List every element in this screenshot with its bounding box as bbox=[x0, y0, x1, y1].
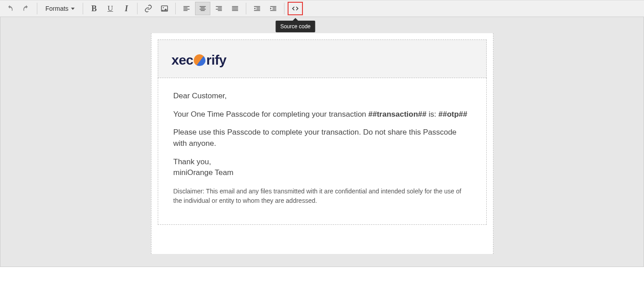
image-icon bbox=[160, 4, 169, 13]
email-template: xec rify Dear Customer, Your One Time Pa… bbox=[151, 33, 493, 254]
svg-rect-21 bbox=[254, 10, 261, 11]
svg-rect-9 bbox=[201, 10, 205, 11]
svg-rect-22 bbox=[271, 6, 277, 7]
separator bbox=[175, 3, 176, 14]
xecurify-logo: xec rify bbox=[172, 53, 227, 68]
svg-rect-17 bbox=[232, 10, 239, 11]
disclaimer: Disclaimer: This email and any files tra… bbox=[173, 187, 471, 206]
svg-rect-10 bbox=[216, 6, 222, 7]
separator bbox=[246, 3, 246, 14]
redo-button[interactable] bbox=[18, 2, 34, 15]
underline-button[interactable]: U bbox=[102, 2, 118, 15]
greeting: Dear Customer, bbox=[173, 91, 471, 102]
svg-rect-12 bbox=[216, 9, 222, 10]
align-justify-icon bbox=[231, 4, 239, 13]
underline-icon: U bbox=[107, 4, 113, 13]
outdent-button[interactable] bbox=[249, 2, 265, 15]
otp-token: ##otp## bbox=[438, 110, 467, 118]
link-button[interactable] bbox=[141, 2, 156, 15]
svg-rect-19 bbox=[257, 8, 260, 9]
align-right-button[interactable] bbox=[211, 2, 227, 15]
tooltip-source-code: Source code bbox=[276, 21, 315, 32]
link-icon bbox=[144, 4, 152, 13]
svg-point-1 bbox=[163, 7, 164, 8]
svg-rect-18 bbox=[254, 6, 261, 7]
svg-rect-3 bbox=[184, 8, 188, 9]
align-right-icon bbox=[215, 4, 223, 13]
separator bbox=[137, 3, 138, 14]
transaction-token: ##transaction## bbox=[369, 110, 426, 118]
svg-rect-15 bbox=[232, 8, 239, 9]
editor-canvas[interactable]: xec rify Dear Customer, Your One Time Pa… bbox=[0, 17, 644, 267]
align-left-icon bbox=[182, 4, 191, 13]
svg-rect-7 bbox=[201, 8, 205, 9]
logo-text-2: rify bbox=[206, 53, 227, 68]
italic-button[interactable]: I bbox=[119, 2, 134, 15]
separator bbox=[37, 3, 37, 14]
caret-down-icon bbox=[71, 8, 75, 10]
svg-rect-24 bbox=[273, 9, 276, 10]
undo-button[interactable] bbox=[2, 2, 18, 15]
align-justify-button[interactable] bbox=[227, 2, 243, 15]
svg-rect-4 bbox=[184, 9, 190, 10]
italic-icon: I bbox=[125, 4, 128, 13]
svg-rect-13 bbox=[218, 10, 222, 11]
svg-rect-5 bbox=[184, 10, 188, 11]
redo-icon bbox=[22, 4, 30, 13]
align-left-button[interactable] bbox=[179, 2, 194, 15]
code-icon bbox=[291, 4, 299, 13]
separator bbox=[83, 3, 83, 14]
formats-label: Formats bbox=[45, 5, 68, 12]
svg-rect-11 bbox=[218, 8, 222, 9]
editor-toolbar: Formats B U I Source code bbox=[0, 0, 644, 17]
email-header: xec rify bbox=[158, 39, 487, 78]
bold-icon: B bbox=[91, 4, 97, 13]
formats-dropdown[interactable]: Formats bbox=[40, 2, 80, 15]
source-code-button[interactable] bbox=[288, 2, 303, 15]
align-center-button[interactable] bbox=[195, 2, 210, 15]
svg-rect-25 bbox=[271, 10, 277, 11]
indent-icon bbox=[269, 4, 277, 13]
svg-rect-16 bbox=[232, 9, 239, 10]
align-center-icon bbox=[199, 4, 207, 13]
bold-button[interactable]: B bbox=[86, 2, 102, 15]
svg-rect-20 bbox=[257, 9, 260, 10]
undo-icon bbox=[6, 4, 14, 13]
shield-icon bbox=[193, 53, 206, 66]
svg-rect-23 bbox=[273, 8, 276, 9]
separator bbox=[284, 3, 284, 14]
editor-frame: xec rify Dear Customer, Your One Time Pa… bbox=[0, 17, 644, 267]
svg-rect-6 bbox=[200, 6, 206, 7]
image-button[interactable] bbox=[157, 2, 172, 15]
logo-text-1: xec bbox=[172, 53, 194, 68]
instruction-line: Please use this Passcode to complete you… bbox=[173, 127, 471, 149]
email-body[interactable]: Dear Customer, Your One Time Passcode fo… bbox=[158, 78, 487, 225]
svg-rect-2 bbox=[184, 6, 190, 7]
signature: Thank you, miniOrange Team bbox=[173, 157, 471, 179]
svg-rect-8 bbox=[200, 9, 206, 10]
otp-line: Your One Time Passcode for completing yo… bbox=[173, 109, 471, 120]
svg-rect-14 bbox=[232, 6, 239, 7]
outdent-icon bbox=[253, 4, 261, 13]
indent-button[interactable] bbox=[266, 2, 281, 15]
